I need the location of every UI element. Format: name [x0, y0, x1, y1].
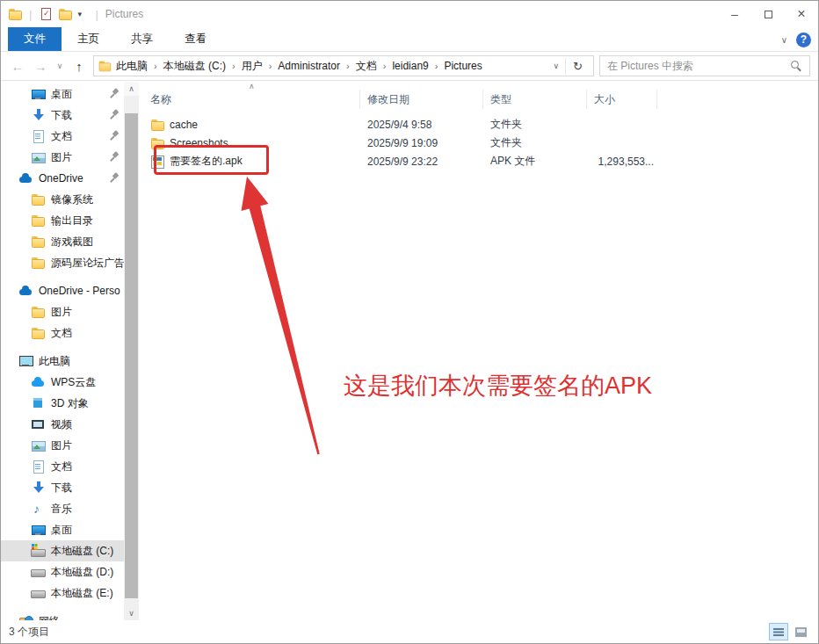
maximize-button[interactable] [751, 1, 785, 27]
thumbnails-view-button[interactable] [791, 623, 810, 640]
sidebar-item-桌面[interactable]: 桌面 [1, 519, 124, 540]
help-button[interactable]: ? [796, 33, 811, 47]
sidebar-item-图片[interactable]: 图片 [1, 301, 124, 322]
up-button[interactable]: ↑ [70, 59, 88, 74]
folder-icon [31, 192, 45, 206]
navigation-bar: ← → ∨ ↑ 此电脑›本地磁盘 (C:)›用户›Administrator›文… [1, 52, 818, 81]
cloud-icon [18, 171, 33, 185]
file-type: APK 文件 [483, 154, 587, 169]
back-button[interactable]: ← [9, 59, 26, 74]
sidebar-item-视频[interactable]: 视频 [1, 414, 124, 435]
folder-icon [31, 256, 45, 270]
sidebar-item-label: 输出目录 [51, 213, 93, 228]
scrollbar-thumb[interactable] [125, 113, 138, 598]
sidebar-item-label: 文档 [51, 459, 72, 474]
minimize-button[interactable]: – [718, 1, 751, 27]
recent-locations-icon[interactable]: ∨ [54, 62, 65, 70]
sidebar-item-label: 下载 [51, 108, 72, 123]
search-input[interactable] [607, 60, 790, 72]
forward-button[interactable]: → [32, 59, 49, 74]
qat-dropdown-icon[interactable]: ▾ [77, 10, 88, 18]
breadcrumb-separator-icon: › [343, 61, 353, 71]
tab-主页[interactable]: 主页 [62, 27, 115, 51]
breadcrumb-separator-icon: › [380, 61, 390, 71]
breadcrumb-item[interactable]: 本地磁盘 (C:) [161, 59, 228, 74]
status-bar: 3 个项目 [1, 620, 818, 643]
breadcrumb-item[interactable]: 用户 [239, 59, 265, 74]
sidebar-item-OneDrive - Perso[interactable]: OneDrive - Perso [1, 280, 124, 301]
sidebar-item-图片[interactable]: 图片 [1, 147, 124, 168]
breadcrumb: 此电脑›本地磁盘 (C:)›用户›Administrator›文档›leidia… [113, 59, 485, 74]
breadcrumb-item[interactable]: Administrator [275, 60, 343, 72]
column-header-名称[interactable]: 名称 [139, 90, 360, 109]
search-box[interactable] [599, 55, 810, 76]
breadcrumb-item[interactable]: 文档 [353, 59, 380, 74]
sidebar-item-label: 图片 [51, 438, 72, 453]
sidebar-item-源码屋论坛广告![interactable]: 源码屋论坛广告! [1, 252, 124, 273]
breadcrumb-item[interactable]: Pictures [441, 60, 484, 72]
sidebar-item-本地磁盘 (C:)[interactable]: 本地磁盘 (C:) [1, 540, 124, 561]
tab-查看[interactable]: 查看 [169, 27, 222, 51]
sidebar-item-label: 桌面 [51, 87, 72, 102]
address-dropdown-icon[interactable]: ∨ [547, 62, 566, 70]
desktop-icon [31, 523, 45, 537]
pin-icon [110, 130, 120, 143]
sidebar-item-下载[interactable]: 下载 [1, 105, 124, 126]
properties-icon[interactable] [39, 7, 53, 21]
breadcrumb-separator-icon: › [228, 61, 239, 71]
sidebar-scrollbar[interactable]: ∧ ∨ [124, 82, 139, 620]
sidebar-item-本地磁盘 (E:)[interactable]: 本地磁盘 (E:) [1, 582, 124, 604]
item-count: 3 个项目 [9, 625, 49, 640]
sidebar-item-下载[interactable]: 下载 [1, 477, 124, 498]
address-bar[interactable]: 此电脑›本地磁盘 (C:)›用户›Administrator›文档›leidia… [93, 55, 594, 76]
sidebar-item-游戏截图[interactable]: 游戏截图 [1, 231, 124, 252]
sidebar-item-此电脑[interactable]: 此电脑 [1, 351, 124, 372]
table-row[interactable]: cache2025/9/4 9:58文件夹 [139, 115, 818, 134]
collapse-ribbon-icon[interactable]: ∨ [781, 35, 787, 45]
sidebar-item-本地磁盘 (D:)[interactable]: 本地磁盘 (D:) [1, 561, 124, 582]
sidebar-item-文档[interactable]: 文档 [1, 456, 124, 477]
tab-共享[interactable]: 共享 [115, 27, 169, 51]
separator: | [29, 8, 32, 21]
column-headers: 名称修改日期类型大小 [139, 89, 818, 110]
sidebar-item-label: OneDrive [39, 172, 83, 185]
details-view-button[interactable] [769, 623, 788, 640]
cube-icon [31, 396, 45, 410]
sidebar-item-OneDrive[interactable]: OneDrive [1, 168, 124, 189]
folder-icon [31, 213, 45, 228]
pc-icon [18, 354, 33, 368]
pin-icon [110, 172, 120, 183]
sidebar-item-WPS云盘[interactable]: WPS云盘 [1, 372, 124, 393]
sidebar-item-label: 网络 [39, 614, 60, 621]
content-area: 桌面下载文档图片OneDrive镜像系统输出目录游戏截图源码屋论坛广告!OneD… [1, 82, 818, 620]
tab-文件[interactable]: 文件 [8, 27, 62, 51]
column-header-修改日期[interactable]: 修改日期 [360, 90, 483, 109]
file-name: cache [170, 119, 198, 131]
file-name-cell[interactable]: cache [139, 118, 360, 132]
sidebar-item-文档[interactable]: 文档 [1, 126, 124, 147]
scroll-down-icon[interactable]: ∨ [124, 606, 139, 620]
new-folder-icon[interactable] [58, 7, 72, 21]
search-icon[interactable] [790, 60, 802, 72]
breadcrumb-item[interactable]: leidian9 [389, 60, 431, 72]
scroll-up-icon[interactable]: ∧ [124, 82, 139, 96]
drive-win-icon [31, 544, 45, 558]
ribbon-right: ∨ ? [781, 27, 811, 52]
refresh-icon[interactable]: ↻ [565, 58, 590, 75]
close-button[interactable]: × [785, 1, 818, 27]
sidebar-item-桌面[interactable]: 桌面 [1, 83, 124, 105]
breadcrumb-item[interactable]: 此电脑 [113, 59, 150, 74]
sidebar-item-网络[interactable]: 网络 [1, 611, 124, 620]
thumbnails-view-icon [795, 627, 807, 637]
drive-icon [31, 586, 45, 600]
sidebar-item-音乐[interactable]: 音乐 [1, 498, 124, 519]
sidebar-item-label: 桌面 [51, 523, 72, 538]
sidebar-item-3D 对象[interactable]: 3D 对象 [1, 393, 124, 414]
sidebar-item-文档[interactable]: 文档 [1, 322, 124, 344]
sidebar-item-输出目录[interactable]: 输出目录 [1, 210, 124, 231]
column-header-类型[interactable]: 类型 [483, 90, 587, 109]
column-header-大小[interactable]: 大小 [587, 90, 657, 109]
sidebar-item-图片[interactable]: 图片 [1, 435, 124, 456]
sidebar-item-镜像系统[interactable]: 镜像系统 [1, 189, 124, 210]
desktop-icon [31, 87, 45, 101]
